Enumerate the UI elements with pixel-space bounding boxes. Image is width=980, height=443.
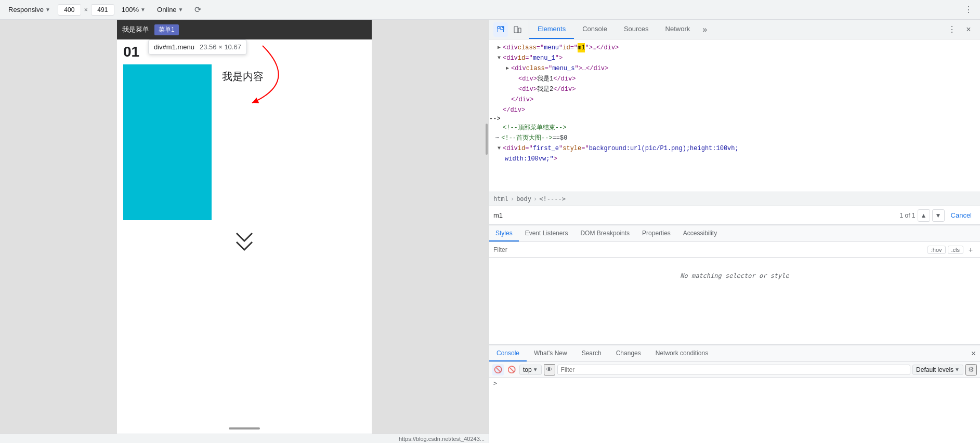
tab-accessibility[interactable]: Accessibility bbox=[677, 225, 723, 241]
rotate-button[interactable]: ⟳ bbox=[191, 3, 205, 17]
console-eye-button[interactable]: 👁 bbox=[544, 364, 555, 375]
styles-filter-bar: :hov .cls + bbox=[489, 242, 980, 258]
chevron-down-icon bbox=[234, 231, 255, 257]
console-prompt-line: > bbox=[493, 380, 976, 387]
console-tabs: Console What's New Search Changes Networ… bbox=[489, 345, 980, 362]
elements-tree[interactable]: <div class="menu" id="m1">…</div> <div i… bbox=[489, 39, 980, 192]
console-level-selector[interactable]: Default levels ▼ bbox=[912, 365, 963, 375]
styles-content: No matching selector or style bbox=[489, 258, 980, 344]
responsive-label: Responsive bbox=[8, 6, 44, 14]
online-chevron-icon: ▼ bbox=[178, 7, 184, 12]
dom-line-menu-div[interactable]: <div class="menu" id="m1">…</div> bbox=[489, 43, 980, 53]
console-filter-input[interactable] bbox=[557, 365, 910, 375]
breadcrumb-comment[interactable]: <!----> bbox=[539, 195, 566, 203]
devtools-right-actions: ⋮ × bbox=[940, 20, 980, 39]
breadcrumb-html[interactable]: html bbox=[493, 195, 508, 203]
no-matching-style-text: No matching selector or style bbox=[493, 262, 976, 290]
console-clear-button[interactable]: 🚫 bbox=[492, 364, 504, 375]
tab-sources[interactable]: Sources bbox=[616, 20, 657, 39]
console-close-button[interactable]: × bbox=[967, 345, 980, 361]
zoom-label: 100% bbox=[122, 6, 139, 14]
tab-event-listeners[interactable]: Event Listeners bbox=[519, 225, 574, 241]
console-filter-button[interactable]: 🚫 bbox=[506, 364, 517, 375]
search-prev-button[interactable]: ▲ bbox=[918, 209, 930, 222]
devtools-settings-button[interactable]: ⋮ bbox=[945, 22, 959, 37]
console-tab-network-conditions[interactable]: Network conditions bbox=[648, 345, 715, 361]
add-style-rule-button[interactable]: + bbox=[965, 245, 976, 255]
height-input[interactable] bbox=[91, 4, 114, 16]
responsive-dropdown[interactable]: Responsive ▼ bbox=[4, 4, 55, 15]
svg-rect-2 bbox=[518, 28, 521, 33]
search-next-button[interactable]: ▼ bbox=[932, 209, 945, 222]
dom-line-menu1[interactable]: <div id="menu_1"> bbox=[489, 53, 980, 63]
dom-line-first-e[interactable]: <div id="first_e" style="background:url(… bbox=[489, 143, 980, 154]
breadcrumb-body[interactable]: body bbox=[516, 195, 531, 203]
level-label: Default levels bbox=[916, 366, 953, 373]
device-toolbar-button[interactable] bbox=[510, 22, 525, 37]
nav-menu-text: 我是菜单 bbox=[122, 25, 149, 34]
inspect-element-button[interactable] bbox=[493, 22, 508, 37]
context-label: top bbox=[523, 366, 532, 373]
search-cancel-button[interactable]: Cancel bbox=[947, 209, 976, 222]
width-input[interactable] bbox=[58, 4, 81, 16]
browser-preview: 我是菜单 菜单1 div#m1.menu 23.56 × 10.67 bbox=[0, 20, 489, 443]
cls-button[interactable]: .cls bbox=[948, 246, 964, 254]
search-input[interactable] bbox=[493, 211, 898, 219]
status-bar: https://blog.csdn.net/test_40243... bbox=[0, 434, 489, 443]
zoom-dropdown[interactable]: 100% ▼ bbox=[117, 4, 150, 15]
dom-line-first-e-cont[interactable]: width:100vw;"> bbox=[489, 154, 980, 164]
context-chevron-icon: ▼ bbox=[533, 367, 538, 372]
dom-line-item2[interactable]: <div>我是2</div> bbox=[489, 84, 980, 95]
tab-dom-breakpoints[interactable]: DOM Breakpoints bbox=[574, 225, 636, 241]
console-tab-console[interactable]: Console bbox=[489, 345, 527, 361]
dom-ellipsis-icon: ⋯ bbox=[493, 133, 501, 143]
hov-button[interactable]: :hov bbox=[927, 246, 946, 254]
dimension-separator: × bbox=[84, 6, 88, 14]
bottom-scroll-indicator bbox=[229, 427, 260, 429]
dom-line-close-div2[interactable]: </div> bbox=[489, 105, 980, 115]
console-tab-search[interactable]: Search bbox=[574, 345, 609, 361]
styles-panel: Styles Event Listeners DOM Breakpoints P… bbox=[489, 225, 980, 344]
teal-decorative-box bbox=[123, 64, 212, 220]
dom-line-item1[interactable]: <div>我是1</div> bbox=[489, 74, 980, 84]
devtools-topbar: Responsive ▼ × 100% ▼ Online ▼ ⟳ ⋮ bbox=[0, 0, 980, 20]
dom-triangle-icon bbox=[495, 43, 503, 52]
console-toolbar: 🚫 🚫 top ▼ 👁 Default levels ▼ ⚙ bbox=[489, 362, 980, 378]
console-tab-whats-new[interactable]: What's New bbox=[527, 345, 574, 361]
console-content: > bbox=[489, 378, 980, 443]
console-settings-button[interactable]: ⚙ bbox=[965, 364, 977, 375]
online-dropdown[interactable]: Online ▼ bbox=[153, 4, 187, 15]
tab-network[interactable]: Network bbox=[657, 20, 699, 39]
styles-tabs: Styles Event Listeners DOM Breakpoints P… bbox=[489, 225, 980, 242]
element-tooltip: div#m1.menu 23.56 × 10.67 bbox=[148, 39, 247, 55]
dom-line-ellipsis[interactable]: ⋯ <!--首页大图--> == $0 bbox=[489, 133, 980, 143]
site-content-text: 我是内容 bbox=[222, 64, 264, 84]
dom-breadcrumb: html › body › <!----> bbox=[489, 192, 980, 206]
devtools-more-tabs-button[interactable]: » bbox=[698, 20, 711, 39]
dom-line-menus[interactable]: <div class="menu_s">…</div> bbox=[489, 63, 980, 74]
zoom-chevron-icon: ▼ bbox=[140, 7, 146, 12]
tab-elements[interactable]: Elements bbox=[529, 20, 574, 39]
console-context-selector[interactable]: top ▼ bbox=[519, 365, 542, 375]
tooltip-dimensions: 23.56 × 10.67 bbox=[200, 43, 241, 51]
online-label: Online bbox=[157, 6, 177, 14]
devtools-close-button[interactable]: × bbox=[961, 22, 976, 37]
tab-properties[interactable]: Properties bbox=[636, 225, 677, 241]
preview-area: 我是菜单 菜单1 div#m1.menu 23.56 × 10.67 bbox=[0, 20, 489, 434]
status-url: https://blog.csdn.net/test_40243... bbox=[399, 436, 485, 442]
console-tab-changes[interactable]: Changes bbox=[609, 345, 648, 361]
dom-line-close-div1[interactable]: </div> bbox=[489, 95, 980, 105]
tab-styles[interactable]: Styles bbox=[489, 225, 519, 241]
nav-item-highlight: 菜单1 bbox=[154, 24, 179, 35]
dom-line-comment-top[interactable]: <!--顶部菜单结束--> bbox=[489, 123, 980, 133]
topbar-left: Responsive ▼ × 100% ▼ Online ▼ ⟳ bbox=[4, 3, 959, 17]
preview-scrollbar[interactable] bbox=[486, 124, 488, 155]
styles-filter-input[interactable] bbox=[493, 246, 925, 253]
main-content: 我是菜单 菜单1 div#m1.menu 23.56 × 10.67 bbox=[0, 20, 980, 443]
devtools-tabs: Elements Console Sources Network » ⋮ × bbox=[489, 20, 980, 39]
topbar-more-button[interactable]: ⋮ bbox=[961, 3, 976, 17]
devtools-tab-icons bbox=[489, 20, 529, 39]
tab-console[interactable]: Console bbox=[574, 20, 616, 39]
topbar-right: ⋮ bbox=[961, 3, 976, 17]
console-prompt-symbol: > bbox=[493, 380, 497, 387]
